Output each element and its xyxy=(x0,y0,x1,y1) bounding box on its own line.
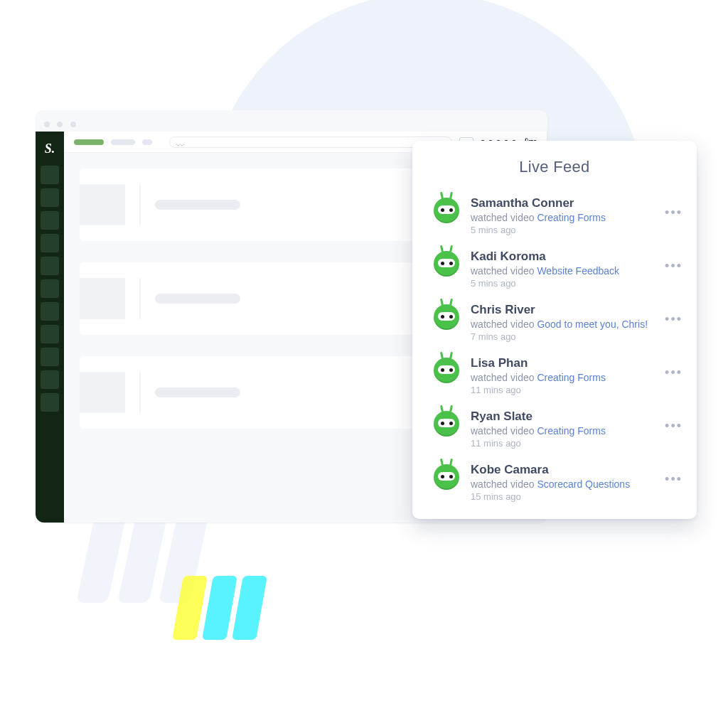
avatar xyxy=(434,304,459,330)
content-card-skeleton[interactable] xyxy=(80,262,427,335)
content-card-skeleton[interactable] xyxy=(80,168,427,241)
feed-activity-line: watched video Creating Forms xyxy=(471,212,653,223)
feed-timestamp: 15 mins ago xyxy=(471,491,653,502)
feed-action: watched video xyxy=(471,425,535,437)
feed-user-name: Samantha Conner xyxy=(471,196,653,210)
skeleton-line xyxy=(155,200,240,210)
skeleton-line xyxy=(155,294,240,304)
feed-timestamp: 5 mins ago xyxy=(471,278,653,289)
live-feed-item[interactable]: Kobe Camara watched video Scorecard Ques… xyxy=(412,456,697,509)
sidebar-item[interactable] xyxy=(41,393,59,412)
feed-activity-line: watched video Creating Forms xyxy=(471,372,653,383)
sidebar-item[interactable] xyxy=(41,348,59,366)
sidebar-item[interactable] xyxy=(41,166,59,184)
tab-active[interactable] xyxy=(74,139,104,145)
feed-timestamp: 11 mins ago xyxy=(471,438,653,449)
feed-activity-line: watched video Website Feedback xyxy=(471,265,653,277)
feed-video-link[interactable]: Creating Forms xyxy=(537,372,605,383)
more-icon[interactable]: ••• xyxy=(665,463,682,486)
sidebar-item[interactable] xyxy=(41,257,59,275)
tab-inactive[interactable] xyxy=(111,139,135,145)
feed-timestamp: 7 mins ago xyxy=(471,331,653,342)
live-feed-item[interactable]: Chris River watched video Good to meet y… xyxy=(412,296,697,349)
live-feed-item[interactable]: Samantha Conner watched video Creating F… xyxy=(412,189,697,242)
more-icon[interactable]: ••• xyxy=(665,250,682,272)
feed-activity-line: watched video Scorecard Questions xyxy=(471,478,653,490)
address-bar-text xyxy=(176,139,207,146)
window-control-close[interactable] xyxy=(44,122,50,127)
skeleton-line xyxy=(155,387,240,397)
avatar xyxy=(434,358,459,383)
live-feed-panel: Live Feed Samantha Conner watched video … xyxy=(412,141,697,519)
skeleton-thumb xyxy=(80,372,125,413)
feed-action: watched video xyxy=(471,478,535,490)
live-feed-item[interactable]: Ryan Slate watched video Creating Forms … xyxy=(412,402,697,456)
content-card-skeleton[interactable] xyxy=(80,356,427,429)
more-icon[interactable]: ••• xyxy=(665,356,682,379)
feed-user-name: Ryan Slate xyxy=(471,410,653,424)
feed-action: watched video xyxy=(471,212,535,223)
feed-action: watched video xyxy=(471,372,535,383)
feed-timestamp: 11 mins ago xyxy=(471,385,653,395)
more-icon[interactable]: ••• xyxy=(665,303,682,326)
feed-video-link[interactable]: Website Feedback xyxy=(537,265,619,277)
feed-activity-line: watched video Good to meet you, Chris! xyxy=(471,318,653,330)
avatar xyxy=(434,464,459,490)
skeleton-thumb xyxy=(80,278,125,319)
feed-user-name: Kobe Camara xyxy=(471,463,653,477)
window-titlebar xyxy=(36,110,547,132)
sidebar-item[interactable] xyxy=(41,234,59,252)
sidebar-item[interactable] xyxy=(41,325,59,343)
content-main-column xyxy=(80,168,427,507)
background-decoration-highlight xyxy=(178,576,327,593)
sidebar-item[interactable] xyxy=(41,188,59,207)
address-bar[interactable] xyxy=(169,136,452,148)
sidebar-item[interactable] xyxy=(41,302,59,321)
live-feed-title: Live Feed xyxy=(412,141,697,189)
feed-video-link[interactable]: Good to meet you, Chris! xyxy=(537,318,648,330)
feed-timestamp: 5 mins ago xyxy=(471,225,653,235)
sidebar: S. xyxy=(36,132,64,523)
app-logo[interactable]: S. xyxy=(36,137,64,161)
sidebar-item[interactable] xyxy=(41,370,59,389)
feed-action: watched video xyxy=(471,318,535,330)
avatar xyxy=(434,411,459,437)
window-control-zoom[interactable] xyxy=(70,122,76,127)
more-icon[interactable]: ••• xyxy=(665,410,682,432)
avatar xyxy=(434,251,459,277)
feed-user-name: Lisa Phan xyxy=(471,356,653,370)
window-control-minimize[interactable] xyxy=(57,122,63,127)
more-icon[interactable]: ••• xyxy=(665,196,682,219)
sidebar-item[interactable] xyxy=(41,211,59,230)
feed-user-name: Kadi Koroma xyxy=(471,250,653,264)
feed-video-link[interactable]: Creating Forms xyxy=(537,212,605,223)
feed-action: watched video xyxy=(471,265,535,277)
feed-video-link[interactable]: Scorecard Questions xyxy=(537,478,630,490)
sidebar-item[interactable] xyxy=(41,279,59,298)
live-feed-item[interactable]: Kadi Koroma watched video Website Feedba… xyxy=(412,242,697,296)
feed-user-name: Chris River xyxy=(471,303,653,317)
skeleton-thumb xyxy=(80,184,125,225)
feed-activity-line: watched video Creating Forms xyxy=(471,425,653,437)
tab-inactive[interactable] xyxy=(142,139,152,145)
feed-video-link[interactable]: Creating Forms xyxy=(537,425,605,437)
live-feed-item[interactable]: Lisa Phan watched video Creating Forms 1… xyxy=(412,349,697,402)
avatar xyxy=(434,198,459,223)
